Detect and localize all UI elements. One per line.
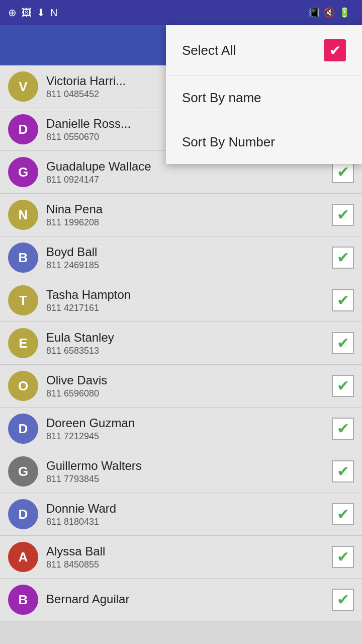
contact-info: Eula Stanley811 6583513 xyxy=(46,331,332,356)
avatar: E xyxy=(8,328,38,358)
contact-name: Guillermo Walters xyxy=(46,459,332,473)
icon-4: N xyxy=(50,7,57,19)
contact-info: Donnie Ward811 8180431 xyxy=(46,502,332,527)
contact-number: 811 6596080 xyxy=(46,388,332,399)
avatar: D xyxy=(8,114,38,144)
contact-checkbox[interactable]: ✔ xyxy=(332,332,354,354)
contact-name: Nina Pena xyxy=(46,202,332,216)
contact-info: Alyssa Ball811 8450855 xyxy=(46,544,332,570)
avatar: N xyxy=(8,200,38,230)
status-icons: ⊕ 🖼 ⬇ N xyxy=(8,7,57,19)
contact-checkbox[interactable]: ✔ xyxy=(332,161,354,183)
contact-row[interactable]: NNina Pena811 1996208✔ xyxy=(0,194,362,236)
avatar: B xyxy=(8,585,38,615)
contact-name: Eula Stanley xyxy=(46,331,332,345)
contact-number: 811 1996208 xyxy=(46,217,332,228)
contact-checkbox[interactable]: ✔ xyxy=(332,289,354,311)
contact-name: Bernard Aguilar xyxy=(46,592,332,606)
icon-2: 🖼 xyxy=(22,7,32,19)
contact-checkbox[interactable]: ✔ xyxy=(332,418,354,440)
contact-name: Alyssa Ball xyxy=(46,544,332,558)
contact-row[interactable]: OOlive Davis811 6596080✔ xyxy=(0,365,362,408)
avatar: T xyxy=(8,285,38,315)
contact-info: Guillermo Walters811 7793845 xyxy=(46,459,332,485)
contact-info: Tasha Hampton811 4217161 xyxy=(46,288,332,313)
contact-row[interactable]: EEula Stanley811 6583513✔ xyxy=(0,322,362,365)
dropdown-item-select-all[interactable]: Select All✔ xyxy=(166,25,362,76)
contact-row[interactable]: DDoreen Guzman811 7212945✔ xyxy=(0,408,362,450)
contact-checkbox[interactable]: ✔ xyxy=(332,204,354,226)
contact-number: 811 2469185 xyxy=(46,260,332,271)
status-bar: ⊕ 🖼 ⬇ N 📳 🔇 🔋 xyxy=(0,0,362,25)
avatar: D xyxy=(8,499,38,529)
contact-row[interactable]: DDonnie Ward811 8180431✔ xyxy=(0,493,362,536)
contact-row[interactable]: AAlyssa Ball811 8450855✔ xyxy=(0,536,362,579)
contact-info: Olive Davis811 6596080 xyxy=(46,373,332,399)
avatar: D xyxy=(8,414,38,444)
avatar: G xyxy=(8,157,38,187)
dropdown-item-sort-by-name[interactable]: Sort By name xyxy=(166,76,362,120)
avatar: O xyxy=(8,371,38,401)
contact-number: 811 4217161 xyxy=(46,303,332,313)
contact-name: Boyd Ball xyxy=(46,245,332,259)
dropdown-menu: Select All✔Sort By nameSort By Number xyxy=(166,25,362,164)
contact-info: Doreen Guzman811 7212945 xyxy=(46,416,332,442)
contact-name: Donnie Ward xyxy=(46,502,332,516)
signal-icon: 🔇 xyxy=(324,7,335,18)
contact-checkbox[interactable]: ✔ xyxy=(332,460,354,482)
contact-number: 811 7212945 xyxy=(46,431,332,442)
contact-info: Bernard Aguilar xyxy=(46,592,332,607)
contact-checkbox[interactable]: ✔ xyxy=(332,546,354,568)
contact-number: 811 7793845 xyxy=(46,474,332,485)
dropdown-label-sort-by-number: Sort By Number xyxy=(182,134,275,150)
avatar: B xyxy=(8,243,38,273)
icon-3: ⬇ xyxy=(37,7,45,19)
contact-name: Doreen Guzman xyxy=(46,416,332,430)
dropdown-label-select-all: Select All xyxy=(182,43,236,58)
contact-checkbox[interactable]: ✔ xyxy=(332,247,354,269)
contact-info: Nina Pena811 1996208 xyxy=(46,202,332,228)
battery-icon: 🔋 xyxy=(339,7,350,18)
contact-checkbox[interactable]: ✔ xyxy=(332,503,354,525)
contact-row[interactable]: BBernard Aguilar✔ xyxy=(0,579,362,621)
contact-number: 811 6583513 xyxy=(46,346,332,356)
contact-number: 811 8180431 xyxy=(46,517,332,527)
icon-1: ⊕ xyxy=(8,7,17,19)
contact-row[interactable]: GGuillermo Walters811 7793845✔ xyxy=(0,450,362,493)
contact-checkbox[interactable]: ✔ xyxy=(332,375,354,397)
contact-info: Boyd Ball811 2469185 xyxy=(46,245,332,271)
contact-name: Olive Davis xyxy=(46,373,332,387)
dropdown-item-sort-by-number[interactable]: Sort By Number xyxy=(166,120,362,164)
avatar: A xyxy=(8,542,38,572)
contact-number: 811 0924147 xyxy=(46,175,332,185)
avatar: G xyxy=(8,456,38,487)
status-right: 📳 🔇 🔋 xyxy=(309,7,354,18)
contact-row[interactable]: BBoyd Ball811 2469185✔ xyxy=(0,236,362,279)
avatar: V xyxy=(8,71,38,102)
select-all-checkmark: ✔ xyxy=(329,42,341,59)
dropdown-label-sort-by-name: Sort By name xyxy=(182,90,261,106)
contact-name: Tasha Hampton xyxy=(46,288,332,302)
vibrate-icon: 📳 xyxy=(309,7,320,18)
contact-row[interactable]: TTasha Hampton811 4217161✔ xyxy=(0,279,362,322)
contact-checkbox[interactable]: ✔ xyxy=(332,589,354,611)
select-all-checkbox[interactable]: ✔ xyxy=(324,39,346,61)
contact-number: 811 8450855 xyxy=(46,559,332,570)
